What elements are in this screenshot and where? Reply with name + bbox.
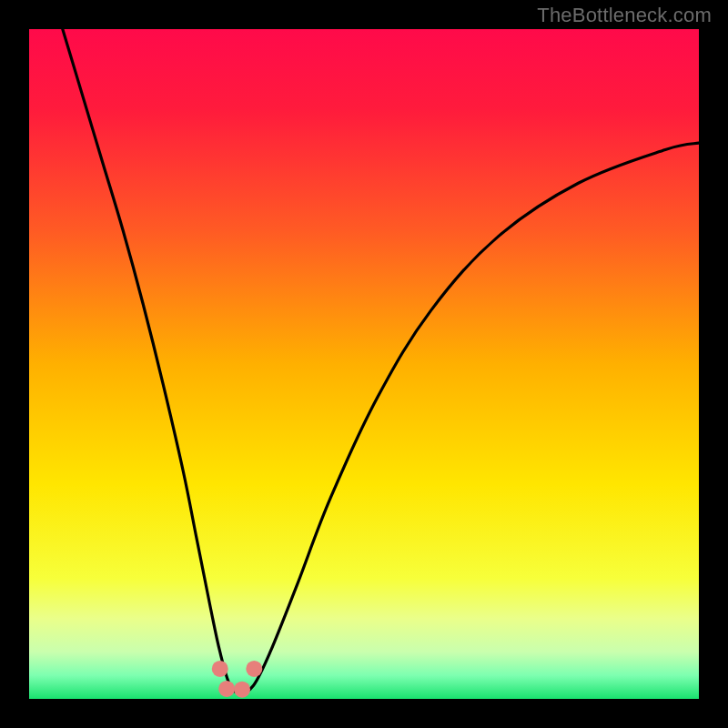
plot-area	[29, 29, 699, 699]
watermark-text: TheBottleneck.com	[537, 4, 712, 27]
trough-marker	[218, 681, 235, 697]
trough-marker	[246, 661, 262, 677]
trough-marker	[234, 682, 250, 698]
bottleneck-chart	[29, 29, 699, 699]
chart-frame: TheBottleneck.com	[0, 0, 728, 728]
trough-marker	[212, 661, 228, 677]
gradient-background	[29, 29, 699, 699]
